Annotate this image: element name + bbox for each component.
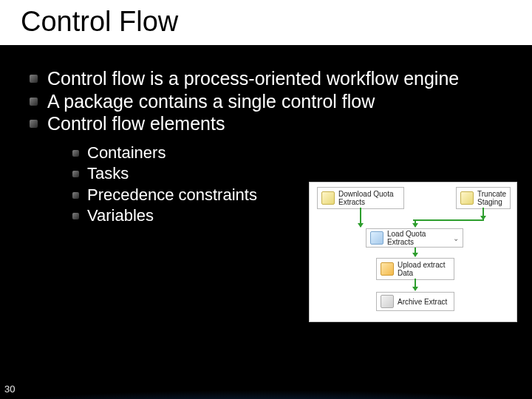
filesystem-task-icon <box>381 295 394 308</box>
diagram-node-loop: Load Quota Extracts ⌄ <box>366 228 463 248</box>
diagram-node-archive: Archive Extract <box>376 292 454 311</box>
diagram-node-upload: Upload extract Data <box>376 258 454 280</box>
node-label: Archive Extract <box>398 298 447 306</box>
footer-decoration <box>0 366 532 399</box>
bullet-text: Control flow elements <box>47 113 225 134</box>
precedence-arrow <box>415 279 416 290</box>
dataflow-task-icon <box>381 262 394 276</box>
slide-number: 30 <box>4 383 15 395</box>
workflow-diagram: Download Quota Extracts Truncate Staging… <box>309 182 517 322</box>
chevron-collapse-icon: ⌄ <box>453 234 459 242</box>
sql-task-icon <box>460 191 474 205</box>
node-label: Truncate Staging <box>477 190 506 206</box>
precedence-arrow <box>413 219 484 221</box>
precedence-arrow <box>415 219 416 227</box>
diagram-node-truncate: Truncate Staging <box>456 187 511 209</box>
foreach-container-icon <box>370 231 383 245</box>
slide-title: Control Flow <box>21 6 511 38</box>
title-bar: Control Flow <box>0 0 532 45</box>
precedence-arrow <box>482 208 484 219</box>
sub-bullet-item: Containers <box>69 143 511 164</box>
diagram-node-download: Download Quota Extracts <box>317 187 404 209</box>
node-label: Load Quota Extracts <box>387 230 449 246</box>
node-label: Upload extract Data <box>398 261 450 277</box>
bullet-item: Control flow is a process-oriented workf… <box>27 67 511 90</box>
script-task-icon <box>321 191 335 205</box>
node-label: Download Quota Extracts <box>338 190 400 206</box>
precedence-arrow <box>415 248 416 256</box>
bullet-item: A package contains a single control flow <box>27 90 511 113</box>
precedence-arrow <box>360 208 361 227</box>
